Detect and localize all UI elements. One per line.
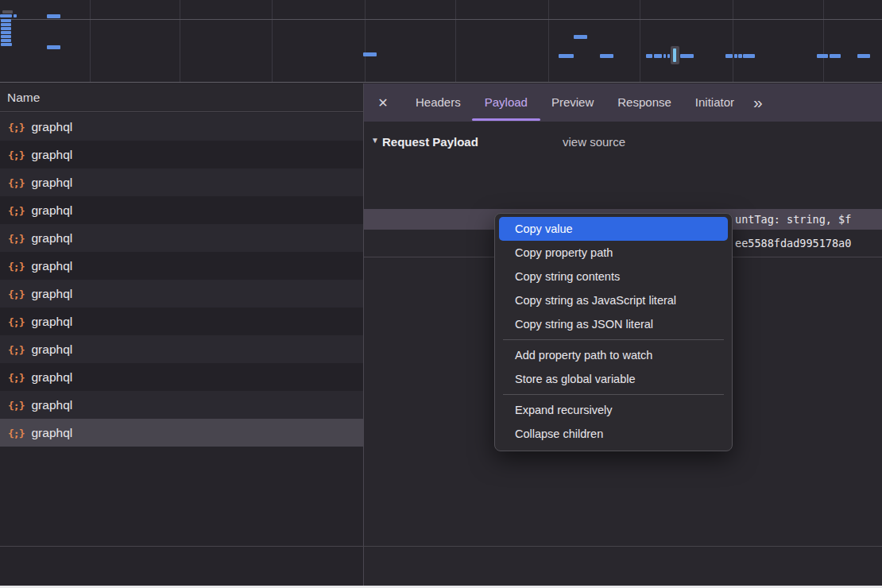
request-row[interactable]: {;}graphql bbox=[0, 419, 363, 447]
json-icon: {;} bbox=[8, 316, 24, 328]
request-label: graphql bbox=[31, 315, 72, 329]
overview-request-bar bbox=[1, 43, 12, 46]
overview-gridline bbox=[365, 0, 366, 82]
close-icon[interactable]: ✕ bbox=[374, 95, 392, 110]
menu-divider bbox=[503, 339, 724, 340]
property-value-continuation: untTag: string, $f bbox=[735, 209, 851, 230]
menu-item-copy-string-as-json-literal[interactable]: Copy string as JSON literal bbox=[499, 312, 728, 336]
tree-row-operation-name[interactable]: operationName: "ipFlowTimeseries" bbox=[364, 185, 882, 206]
menu-item-collapse-children[interactable]: Collapse children bbox=[499, 422, 728, 446]
json-icon: {;} bbox=[8, 372, 24, 384]
section-title: Request Payload bbox=[382, 133, 478, 152]
overview-gridline bbox=[180, 0, 180, 82]
json-icon: {;} bbox=[8, 122, 24, 133]
request-row[interactable]: {;}graphql bbox=[0, 252, 363, 280]
request-label: graphql bbox=[31, 398, 72, 412]
overview-request-bar bbox=[646, 54, 652, 58]
request-label: graphql bbox=[31, 426, 72, 440]
tab-preview[interactable]: Preview bbox=[551, 83, 594, 122]
menu-item-copy-string-as-javascript-literal[interactable]: Copy string as JavaScript literal bbox=[499, 288, 728, 312]
property-value-continuation: ee5588fdad995178a0 bbox=[735, 233, 851, 253]
overview-request-bar bbox=[857, 54, 870, 58]
request-label: graphql bbox=[31, 259, 72, 273]
request-label: graphql bbox=[31, 342, 72, 357]
tab-payload[interactable]: Payload bbox=[485, 83, 528, 122]
overview-request-bar bbox=[14, 14, 17, 17]
request-row[interactable]: {;}graphql bbox=[0, 363, 363, 391]
overview-request-bar bbox=[734, 54, 737, 58]
more-tabs-icon[interactable]: » bbox=[753, 85, 763, 120]
overview-request-bar bbox=[725, 54, 733, 58]
overview-request-bar bbox=[1, 27, 11, 30]
overview-bar-gray bbox=[2, 10, 13, 14]
request-label: graphql bbox=[31, 231, 72, 246]
overview-request-bar bbox=[654, 54, 662, 58]
request-row[interactable]: {;}graphql bbox=[0, 224, 363, 252]
menu-item-copy-property-path[interactable]: Copy property path bbox=[499, 241, 728, 265]
request-row[interactable]: {;}graphql bbox=[0, 113, 363, 141]
overview-gridline bbox=[548, 0, 549, 82]
overview-request-bar bbox=[0, 14, 12, 17]
request-label: graphql bbox=[31, 148, 72, 162]
json-icon: {;} bbox=[8, 205, 24, 217]
overview-request-bar bbox=[47, 45, 60, 49]
overview-request-bar bbox=[1, 23, 11, 26]
json-icon: {;} bbox=[8, 261, 24, 273]
overview-request-bar bbox=[559, 54, 574, 58]
details-tab-bar: ✕ HeadersPayloadPreviewResponseInitiator… bbox=[364, 83, 882, 122]
json-icon: {;} bbox=[8, 288, 24, 300]
tab-headers[interactable]: Headers bbox=[416, 83, 461, 122]
request-row[interactable]: {;}graphql bbox=[0, 141, 363, 168]
json-icon: {;} bbox=[8, 233, 24, 245]
menu-item-copy-value[interactable]: Copy value bbox=[499, 217, 728, 241]
json-icon: {;} bbox=[8, 427, 24, 439]
overview-timeline-rule bbox=[0, 19, 882, 20]
overview-request-bar bbox=[574, 35, 587, 39]
json-icon: {;} bbox=[8, 149, 24, 161]
requests-panel: Name {;}graphql{;}graphql{;}graphql{;}gr… bbox=[0, 83, 363, 588]
menu-item-copy-string-contents[interactable]: Copy string contents bbox=[499, 265, 728, 288]
request-list: {;}graphql{;}graphql{;}graphql{;}graphql… bbox=[0, 113, 363, 447]
request-label: graphql bbox=[31, 120, 72, 134]
overview-gridline bbox=[272, 0, 273, 82]
context-menu: Copy valueCopy property pathCopy string … bbox=[494, 213, 733, 451]
request-label: graphql bbox=[31, 370, 72, 385]
request-label: graphql bbox=[31, 287, 72, 301]
tab-initiator[interactable]: Initiator bbox=[695, 83, 734, 122]
request-row[interactable]: {;}graphql bbox=[0, 308, 363, 335]
menu-item-add-property-path-to-watch[interactable]: Add property path to watch bbox=[499, 343, 728, 367]
overview-gridline bbox=[90, 0, 91, 82]
view-source-link[interactable]: view source bbox=[563, 133, 625, 152]
menu-item-expand-recursively[interactable]: Expand recursively bbox=[499, 398, 728, 422]
menu-item-store-as-global-variable[interactable]: Store as global variable bbox=[499, 367, 728, 391]
overview-request-bar bbox=[47, 14, 60, 18]
json-icon: {;} bbox=[8, 177, 24, 189]
overview-request-bar bbox=[680, 54, 694, 58]
overview-gridline bbox=[455, 0, 456, 82]
tree-row-root[interactable]: ▼ {operationName: "ipFlowTimeseries", va… bbox=[364, 161, 882, 182]
table-footer-divider bbox=[0, 546, 882, 547]
overview-request-bar bbox=[1, 35, 11, 38]
overview-request-bar bbox=[1, 39, 11, 42]
overview-request-bar bbox=[600, 54, 613, 58]
overview-request-bar bbox=[817, 54, 828, 58]
overview-hover-tick bbox=[673, 48, 676, 62]
request-row[interactable]: {;}graphql bbox=[0, 280, 363, 308]
request-row[interactable]: {;}graphql bbox=[0, 391, 363, 419]
overview-request-bar bbox=[363, 52, 377, 56]
request-row[interactable]: {;}graphql bbox=[0, 196, 363, 224]
name-column-header[interactable]: Name bbox=[0, 83, 363, 112]
request-row[interactable]: {;}graphql bbox=[0, 335, 363, 363]
overview-request-bar bbox=[1, 19, 11, 22]
request-label: graphql bbox=[31, 176, 72, 190]
json-icon: {;} bbox=[8, 400, 24, 412]
overview-request-bar bbox=[830, 54, 841, 58]
overview-request-bar bbox=[743, 54, 755, 58]
tab-response[interactable]: Response bbox=[617, 83, 671, 122]
overview-gridline bbox=[823, 0, 824, 82]
section-collapse-icon[interactable]: ▼ bbox=[371, 136, 379, 145]
payload-section-header: ▼ Request Payload view source bbox=[364, 133, 882, 152]
network-overview[interactable] bbox=[0, 0, 882, 83]
request-row[interactable]: {;}graphql bbox=[0, 168, 363, 196]
overview-request-bar bbox=[1, 31, 11, 34]
